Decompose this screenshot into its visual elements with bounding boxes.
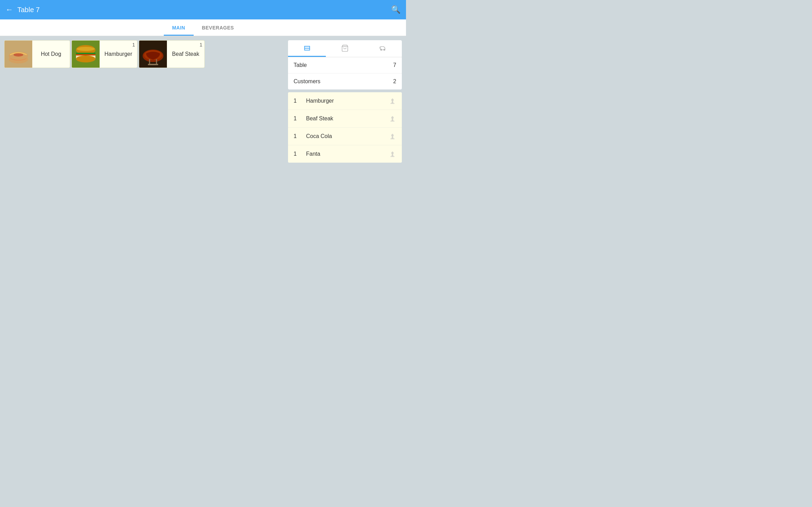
tabs-bar: MAIN BEVERAGES — [0, 19, 406, 36]
header: ← Table 7 🔍 — [0, 0, 406, 19]
chef-hat-icon-3 — [389, 150, 396, 158]
info-card: Table 7 Customers 2 — [288, 40, 402, 89]
info-card-tabs — [288, 40, 402, 57]
right-panel: Table 7 Customers 2 1 Hamburger 1 Beaf S… — [288, 36, 406, 254]
svg-rect-17 — [148, 64, 158, 65]
beaf-steak-badge: 1 — [200, 42, 202, 48]
order-name-beaf-steak: Beaf Steak — [302, 115, 389, 122]
svg-rect-21 — [304, 46, 305, 50]
table-value: 7 — [393, 62, 396, 68]
hotdog-label: Hot Dog — [32, 51, 70, 57]
back-button[interactable]: ← — [6, 5, 13, 14]
hamburger-label: Hamburger — [100, 51, 137, 57]
hamburger-image — [72, 40, 100, 68]
order-item-fanta[interactable]: 1 Fanta — [288, 145, 402, 163]
table-info-row: Table 7 — [288, 57, 402, 74]
order-item-beaf-steak[interactable]: 1 Beaf Steak — [288, 110, 402, 128]
order-item-coca-cola[interactable]: 1 Coca Cola — [288, 128, 402, 145]
chef-hat-icon-2 — [389, 132, 396, 140]
beaf-steak-image — [139, 40, 167, 68]
order-name-coca-cola: Coca Cola — [302, 133, 389, 139]
info-tab-delivery[interactable] — [364, 40, 402, 57]
beaf-steak-label: Beaf Steak — [167, 51, 204, 57]
header-left: ← Table 7 — [6, 5, 40, 14]
svg-point-10 — [76, 55, 95, 62]
svg-rect-20 — [304, 50, 310, 50]
order-qty-hamburger: 1 — [294, 98, 302, 104]
order-name-fanta: Fanta — [302, 151, 389, 157]
svg-rect-22 — [309, 46, 310, 50]
order-qty-beaf-steak: 1 — [294, 115, 302, 122]
menu-item-beaf-steak[interactable]: Beaf Steak 1 — [139, 40, 205, 68]
menu-area: Hot Dog Hamburger 1 — [0, 36, 288, 254]
menu-item-hotdog[interactable]: Hot Dog — [4, 40, 70, 68]
order-item-hamburger[interactable]: 1 Hamburger — [288, 92, 402, 110]
customers-value: 2 — [393, 78, 396, 85]
menu-item-hamburger[interactable]: Hamburger 1 — [71, 40, 137, 68]
svg-point-11 — [77, 47, 95, 51]
info-tab-table[interactable] — [288, 40, 326, 57]
chef-hat-icon-1 — [389, 115, 396, 122]
search-icon[interactable]: 🔍 — [391, 5, 400, 14]
customers-label: Customers — [294, 78, 320, 85]
hamburger-badge: 1 — [132, 42, 135, 48]
info-tab-bag[interactable] — [326, 40, 364, 57]
order-name-hamburger: Hamburger — [302, 98, 389, 104]
svg-rect-18 — [304, 48, 310, 49]
order-qty-coca-cola: 1 — [294, 133, 302, 139]
svg-rect-19 — [304, 46, 310, 46]
content-area: Hot Dog Hamburger 1 — [0, 36, 406, 254]
customers-info-row: Customers 2 — [288, 74, 402, 89]
table-label: Table — [294, 62, 307, 68]
tab-beverages[interactable]: BEVERAGES — [194, 21, 242, 36]
chef-hat-icon-0 — [389, 97, 396, 105]
tab-main[interactable]: MAIN — [164, 21, 194, 36]
order-qty-fanta: 1 — [294, 151, 302, 157]
order-card: 1 Hamburger 1 Beaf Steak 1 Coca Cola — [288, 92, 402, 163]
page-title: Table 7 — [17, 6, 40, 14]
hotdog-image — [5, 40, 32, 68]
